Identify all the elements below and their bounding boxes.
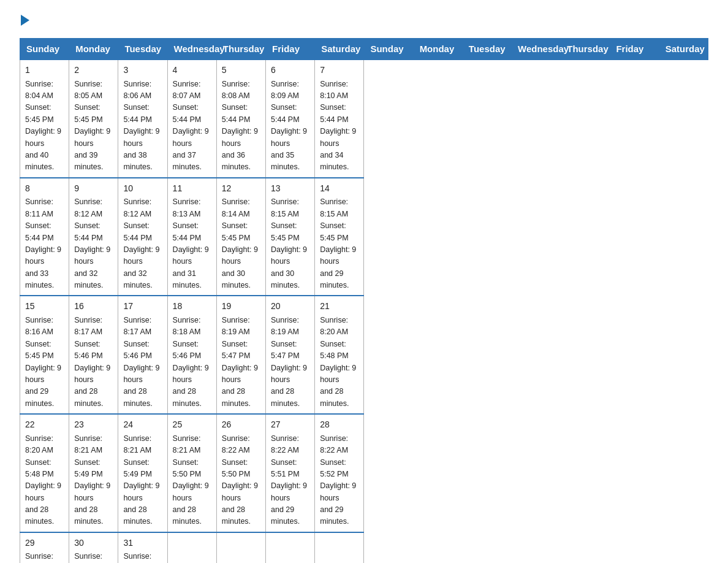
- col-header-wednesday: Wednesday: [167, 39, 216, 60]
- calendar-cell: 22Sunrise: 8:20 AMSunset: 5:48 PMDayligh…: [20, 414, 69, 532]
- day-info: Sunrise: 8:21 AMSunset: 5:50 PMDaylight:…: [173, 434, 209, 526]
- calendar-cell: 5Sunrise: 8:08 AMSunset: 5:44 PMDaylight…: [216, 59, 265, 178]
- day-number: 12: [222, 182, 260, 196]
- calendar-cell: 28Sunrise: 8:22 AMSunset: 5:52 PMDayligh…: [315, 414, 364, 532]
- calendar-cell: 26Sunrise: 8:22 AMSunset: 5:50 PMDayligh…: [216, 414, 265, 532]
- day-number: 2: [74, 64, 113, 77]
- day-number: 1: [25, 64, 64, 77]
- day-info: Sunrise: 8:22 AMSunset: 5:51 PMDaylight:…: [271, 434, 307, 526]
- day-info: Sunrise: 8:07 AMSunset: 5:44 PMDaylight:…: [173, 80, 209, 172]
- day-number: 21: [320, 300, 358, 313]
- calendar-cell: 15Sunrise: 8:16 AMSunset: 5:45 PMDayligh…: [20, 296, 69, 414]
- calendar-cell: 3Sunrise: 8:06 AMSunset: 5:44 PMDaylight…: [118, 59, 167, 178]
- calendar-week-row: 15Sunrise: 8:16 AMSunset: 5:45 PMDayligh…: [20, 296, 708, 414]
- day-info: Sunrise: 8:15 AMSunset: 5:45 PMDaylight:…: [320, 197, 356, 289]
- day-info: Sunrise: 8:23 AMSunset: 5:54 PMDaylight:…: [123, 552, 159, 563]
- day-number: 13: [271, 182, 309, 196]
- day-info: Sunrise: 8:21 AMSunset: 5:49 PMDaylight:…: [74, 434, 110, 526]
- calendar-cell: 30Sunrise: 8:23 AMSunset: 5:53 PMDayligh…: [69, 532, 118, 563]
- day-info: Sunrise: 8:06 AMSunset: 5:44 PMDaylight:…: [123, 80, 159, 172]
- calendar-cell: 29Sunrise: 8:23 AMSunset: 5:52 PMDayligh…: [20, 532, 69, 563]
- day-number: 28: [320, 418, 358, 432]
- calendar-cell: 23Sunrise: 8:21 AMSunset: 5:49 PMDayligh…: [69, 414, 118, 532]
- day-info: Sunrise: 8:19 AMSunset: 5:47 PMDaylight:…: [271, 316, 307, 408]
- day-number: 17: [123, 300, 162, 313]
- day-info: Sunrise: 8:08 AMSunset: 5:44 PMDaylight:…: [222, 80, 258, 172]
- day-number: 24: [123, 418, 162, 432]
- calendar-cell: 27Sunrise: 8:22 AMSunset: 5:51 PMDayligh…: [266, 414, 315, 532]
- page-header: [20, 15, 708, 26]
- calendar-cell: 20Sunrise: 8:19 AMSunset: 5:47 PMDayligh…: [266, 296, 315, 414]
- calendar-cell: 17Sunrise: 8:17 AMSunset: 5:46 PMDayligh…: [118, 296, 167, 414]
- col-header-monday: Monday: [69, 39, 118, 60]
- calendar-cell: 6Sunrise: 8:09 AMSunset: 5:44 PMDaylight…: [266, 59, 315, 178]
- day-number: 10: [123, 182, 162, 196]
- day-number: 18: [173, 300, 211, 313]
- day-info: Sunrise: 8:16 AMSunset: 5:45 PMDaylight:…: [25, 316, 61, 408]
- col-header-friday: Friday: [610, 39, 659, 60]
- day-info: Sunrise: 8:19 AMSunset: 5:47 PMDaylight:…: [222, 316, 258, 408]
- calendar-week-row: 29Sunrise: 8:23 AMSunset: 5:52 PMDayligh…: [20, 532, 708, 563]
- day-info: Sunrise: 8:22 AMSunset: 5:52 PMDaylight:…: [320, 434, 356, 526]
- day-number: 7: [320, 64, 358, 77]
- calendar-cell: 13Sunrise: 8:15 AMSunset: 5:45 PMDayligh…: [266, 178, 315, 296]
- calendar-week-row: 22Sunrise: 8:20 AMSunset: 5:48 PMDayligh…: [20, 414, 708, 532]
- col-header-tuesday: Tuesday: [118, 39, 167, 60]
- calendar-cell: [167, 532, 216, 563]
- day-info: Sunrise: 8:18 AMSunset: 5:46 PMDaylight:…: [173, 316, 209, 408]
- calendar-cell: 14Sunrise: 8:15 AMSunset: 5:45 PMDayligh…: [315, 178, 364, 296]
- day-number: 29: [25, 537, 64, 550]
- calendar-week-row: 1Sunrise: 8:04 AMSunset: 5:45 PMDaylight…: [20, 59, 708, 178]
- day-info: Sunrise: 8:23 AMSunset: 5:52 PMDaylight:…: [25, 552, 61, 563]
- col-header-sunday: Sunday: [20, 39, 69, 60]
- day-number: 31: [123, 537, 162, 550]
- day-info: Sunrise: 8:04 AMSunset: 5:45 PMDaylight:…: [25, 80, 61, 172]
- calendar-cell: 9Sunrise: 8:12 AMSunset: 5:44 PMDaylight…: [69, 178, 118, 296]
- day-number: 4: [173, 64, 211, 77]
- calendar-cell: 16Sunrise: 8:17 AMSunset: 5:46 PMDayligh…: [69, 296, 118, 414]
- calendar-cell: 1Sunrise: 8:04 AMSunset: 5:45 PMDaylight…: [20, 59, 69, 178]
- calendar-cell: 8Sunrise: 8:11 AMSunset: 5:44 PMDaylight…: [20, 178, 69, 296]
- col-header-thursday: Thursday: [216, 39, 265, 60]
- calendar-cell: [216, 532, 265, 563]
- day-number: 16: [74, 300, 113, 313]
- day-number: 19: [222, 300, 260, 313]
- day-number: 22: [25, 418, 64, 432]
- day-number: 14: [320, 182, 358, 196]
- day-info: Sunrise: 8:10 AMSunset: 5:44 PMDaylight:…: [320, 80, 356, 172]
- calendar-cell: 7Sunrise: 8:10 AMSunset: 5:44 PMDaylight…: [315, 59, 364, 178]
- calendar-cell: 2Sunrise: 8:05 AMSunset: 5:45 PMDaylight…: [69, 59, 118, 178]
- col-header-saturday: Saturday: [659, 39, 708, 60]
- day-info: Sunrise: 8:20 AMSunset: 5:48 PMDaylight:…: [320, 316, 356, 408]
- calendar-header-row: SundayMondayTuesdayWednesdayThursdayFrid…: [20, 39, 708, 60]
- calendar-week-row: 8Sunrise: 8:11 AMSunset: 5:44 PMDaylight…: [20, 178, 708, 296]
- day-number: 25: [173, 418, 211, 432]
- logo: [20, 15, 31, 26]
- day-info: Sunrise: 8:20 AMSunset: 5:48 PMDaylight:…: [25, 434, 61, 526]
- day-info: Sunrise: 8:17 AMSunset: 5:46 PMDaylight:…: [123, 316, 159, 408]
- day-info: Sunrise: 8:09 AMSunset: 5:44 PMDaylight:…: [271, 80, 307, 172]
- day-info: Sunrise: 8:23 AMSunset: 5:53 PMDaylight:…: [74, 552, 110, 563]
- day-number: 3: [123, 64, 162, 77]
- calendar-cell: [266, 532, 315, 563]
- day-info: Sunrise: 8:21 AMSunset: 5:49 PMDaylight:…: [123, 434, 159, 526]
- calendar-cell: [315, 532, 364, 563]
- day-info: Sunrise: 8:13 AMSunset: 5:44 PMDaylight:…: [173, 197, 209, 289]
- calendar-cell: 25Sunrise: 8:21 AMSunset: 5:50 PMDayligh…: [167, 414, 216, 532]
- day-number: 23: [74, 418, 113, 432]
- day-number: 27: [271, 418, 309, 432]
- col-header-monday: Monday: [413, 39, 462, 60]
- calendar-cell: 11Sunrise: 8:13 AMSunset: 5:44 PMDayligh…: [167, 178, 216, 296]
- col-header-tuesday: Tuesday: [462, 39, 511, 60]
- day-info: Sunrise: 8:12 AMSunset: 5:44 PMDaylight:…: [123, 197, 159, 289]
- day-number: 9: [74, 182, 113, 196]
- day-number: 5: [222, 64, 260, 77]
- day-info: Sunrise: 8:17 AMSunset: 5:46 PMDaylight:…: [74, 316, 110, 408]
- day-info: Sunrise: 8:22 AMSunset: 5:50 PMDaylight:…: [222, 434, 258, 526]
- col-header-wednesday: Wednesday: [512, 39, 561, 60]
- day-info: Sunrise: 8:15 AMSunset: 5:45 PMDaylight:…: [271, 197, 307, 289]
- calendar-cell: 12Sunrise: 8:14 AMSunset: 5:45 PMDayligh…: [216, 178, 265, 296]
- day-number: 26: [222, 418, 260, 432]
- day-number: 15: [25, 300, 64, 313]
- calendar-table: SundayMondayTuesdayWednesdayThursdayFrid…: [20, 38, 708, 563]
